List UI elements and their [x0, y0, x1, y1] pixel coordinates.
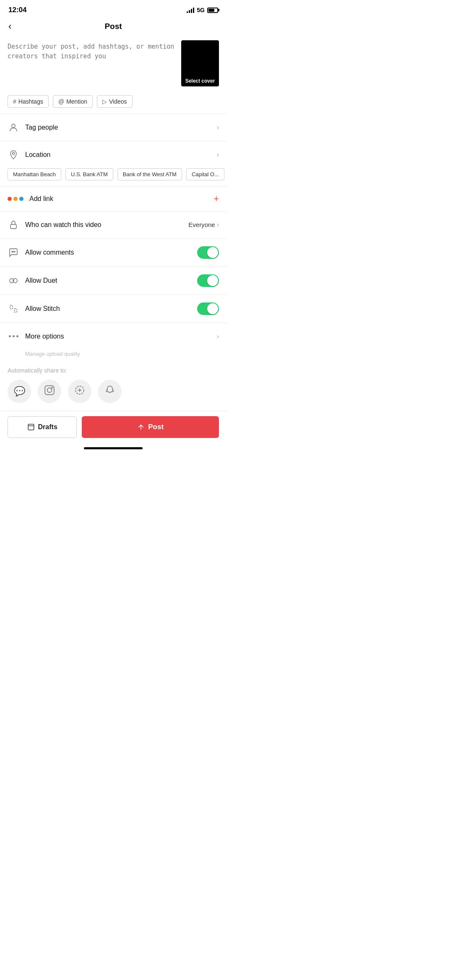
duet-toggle-knob [207, 275, 218, 286]
location-chip-usbank[interactable]: U.S. Bank ATM [65, 168, 113, 180]
page-title: Post [104, 22, 122, 31]
drafts-icon [27, 423, 35, 431]
allow-stitch-toggle[interactable] [197, 302, 219, 315]
tag-buttons-row: # Hashtags @ Mention ▷ Videos [0, 95, 226, 114]
link-dots-icon [8, 197, 23, 201]
allow-comments-row: Allow comments [0, 239, 226, 266]
hashtag-icon: # [13, 98, 16, 105]
svg-point-0 [12, 124, 15, 128]
tag-people-row[interactable]: Tag people › [0, 114, 226, 141]
share-label: Automatically share to: [8, 367, 219, 374]
mention-label: Mention [66, 98, 87, 105]
location-chevron-icon: › [217, 151, 219, 159]
allow-duet-row: Allow Duet [0, 267, 226, 295]
svg-point-1 [13, 152, 15, 154]
signal-icon [187, 7, 194, 13]
cover-label: Select cover [181, 76, 219, 86]
dot-blue [19, 197, 23, 201]
allow-stitch-row: Allow Stitch [0, 295, 226, 323]
svg-rect-16 [28, 424, 34, 430]
location-row[interactable]: Location › [0, 141, 226, 168]
hashtags-label: Hashtags [18, 98, 43, 105]
lock-icon [8, 219, 19, 231]
drafts-button[interactable]: Drafts [8, 416, 77, 438]
allow-duet-toggle[interactable] [197, 274, 219, 287]
description-input[interactable] [8, 40, 176, 89]
share-section: Automatically share to: 💬 [0, 361, 226, 407]
allow-duet-label: Allow Duet [25, 277, 197, 284]
messages-icon: 💬 [14, 386, 25, 397]
plus-icon: + [213, 193, 219, 204]
toggle-knob [207, 247, 218, 258]
location-chips-row: Manhattan Beach U.S. Bank ATM Bank of th… [0, 168, 226, 186]
post-button[interactable]: Post [82, 416, 219, 438]
share-icons-row: 💬 [8, 380, 219, 403]
more-options-chevron-icon: › [217, 333, 219, 340]
post-icon [137, 423, 145, 431]
duet-icon [8, 275, 19, 287]
tag-people-right: › [217, 124, 219, 131]
mention-icon: @ [58, 98, 64, 105]
instagram-icon [44, 385, 55, 398]
share-add-button[interactable] [68, 380, 91, 403]
svg-rect-9 [14, 309, 17, 312]
allow-comments-toggle[interactable] [197, 246, 219, 259]
share-snapchat-button[interactable] [98, 380, 122, 403]
who-can-watch-chevron-icon: › [217, 221, 219, 229]
dot-red [8, 197, 12, 201]
share-instagram-button[interactable] [38, 380, 61, 403]
comments-icon [8, 247, 19, 258]
add-share-icon [74, 385, 85, 398]
svg-rect-8 [10, 305, 13, 309]
svg-rect-10 [45, 386, 54, 395]
cover-thumbnail[interactable]: Select cover [181, 40, 219, 86]
more-dots-icon [8, 331, 19, 342]
svg-point-4 [13, 251, 14, 252]
location-chip-bankwest[interactable]: Bank of the West ATM [117, 168, 182, 180]
manage-upload-label: Manage upload quality [25, 351, 80, 357]
sub-label: Manage upload quality [0, 350, 226, 361]
bottom-bar: Drafts Post [0, 411, 226, 443]
location-chip-manhattan[interactable]: Manhattan Beach [8, 168, 61, 180]
svg-point-12 [52, 387, 52, 388]
status-time: 12:04 [8, 6, 26, 14]
back-button[interactable]: ‹ [8, 21, 11, 32]
hashtags-button[interactable]: # Hashtags [8, 95, 49, 108]
location-right: › [217, 151, 219, 159]
who-can-watch-value: Everyone [188, 221, 215, 228]
tag-people-label: Tag people [25, 124, 217, 131]
more-options-right: › [217, 333, 219, 340]
post-label: Post [148, 423, 164, 431]
who-can-watch-label: Who can watch this video [25, 221, 188, 229]
5g-label: 5G [197, 7, 205, 13]
snapchat-icon [104, 385, 115, 398]
post-description-area: Select cover [0, 36, 226, 95]
add-link-label: Add link [29, 195, 213, 203]
status-icons: 5G [187, 7, 218, 13]
stitch-toggle-knob [207, 303, 218, 314]
svg-rect-2 [10, 224, 16, 229]
add-link-row[interactable]: Add link + [0, 187, 226, 211]
more-options-label: More options [25, 333, 217, 340]
allow-stitch-label: Allow Stitch [25, 305, 197, 313]
stitch-icon [8, 303, 19, 315]
chevron-icon: › [217, 124, 219, 131]
location-icon [8, 149, 19, 161]
header: ‹ Post [0, 18, 226, 36]
status-bar: 12:04 5G [0, 0, 226, 18]
svg-point-5 [14, 251, 15, 252]
videos-button[interactable]: ▷ Videos [97, 95, 133, 108]
location-chip-capital[interactable]: Capital O... [186, 168, 224, 180]
location-label: Location [25, 151, 217, 159]
allow-comments-label: Allow comments [25, 249, 197, 256]
svg-point-3 [12, 251, 13, 252]
who-can-watch-row[interactable]: Who can watch this video Everyone › [0, 211, 226, 238]
share-messages-button[interactable]: 💬 [8, 380, 31, 403]
videos-icon: ▷ [102, 98, 107, 105]
mention-button[interactable]: @ Mention [53, 95, 93, 108]
more-options-row[interactable]: More options › [0, 323, 226, 350]
dot-yellow [13, 197, 18, 201]
svg-point-11 [47, 388, 52, 392]
who-can-watch-right: Everyone › [188, 221, 219, 229]
drafts-label: Drafts [38, 423, 57, 431]
